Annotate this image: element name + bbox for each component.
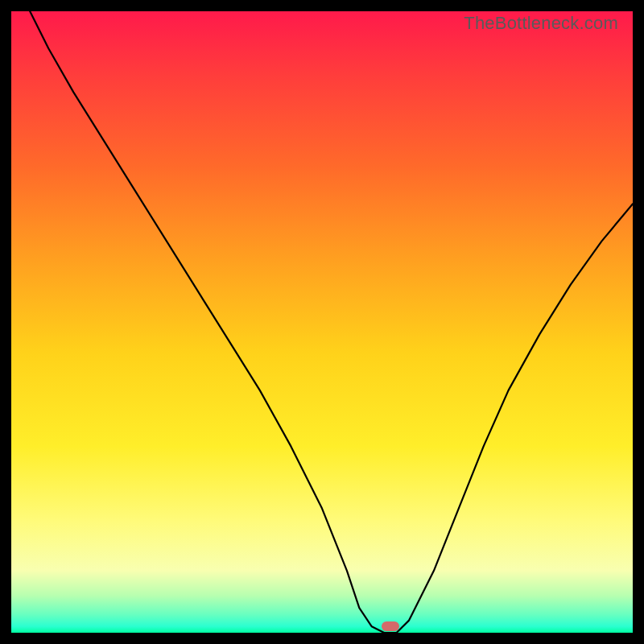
optimum-marker [382,621,399,631]
bottleneck-curve [11,11,633,633]
chart-frame: TheBottleneck.com [0,0,644,644]
plot-area: TheBottleneck.com [11,11,633,633]
curve-path [30,11,633,633]
